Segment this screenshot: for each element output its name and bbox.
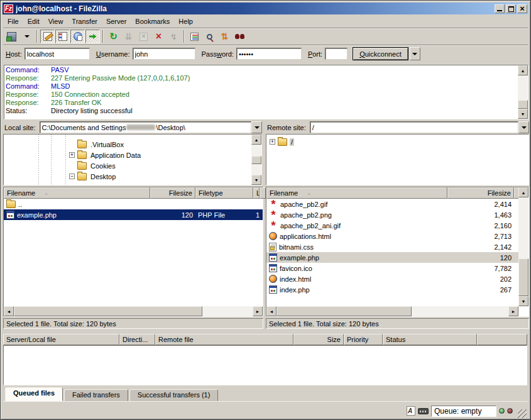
queue-column-size[interactable]: Size [293,334,344,345]
column-header-filename[interactable]: Filename [4,187,150,199]
column-header-l[interactable]: L [253,187,260,199]
filter-button[interactable] [187,30,202,43]
menu-help[interactable]: Help [174,16,197,26]
resize-grip[interactable] [518,409,527,418]
scroll-thumb[interactable] [518,100,528,109]
refresh-button[interactable] [106,30,121,43]
file-row-bitnami-css[interactable]: bitnami.css2,142 [266,241,518,252]
menu-view[interactable]: View [44,16,68,26]
port-input[interactable] [325,48,348,60]
remote-hscrollbar[interactable]: ◄ ► [266,306,518,316]
queue-column-status[interactable]: Status [383,334,477,345]
file-row-apache-pb2-ani-gif[interactable]: apache_pb2_ani.gif2,160 [266,220,518,231]
quickconnect-dropdown-button[interactable] [410,47,420,60]
process-queue-button [121,30,136,43]
disconnect-button[interactable] [151,30,166,43]
menu-server[interactable]: Server [102,16,131,26]
tree-expander-icon[interactable]: + [69,152,75,158]
search-button[interactable] [202,30,217,43]
menu-edit[interactable]: Edit [23,16,44,26]
site-manager-dropdown-button[interactable] [19,30,34,43]
scroll-track[interactable] [251,164,261,175]
queue-column-priority[interactable]: Priority [344,334,383,345]
log-scrollbar[interactable]: ▲ ▼ [518,65,528,119]
remote-path-combo[interactable]: / [310,121,518,133]
queue-column-server-local-file[interactable]: Server/Local file [3,334,119,345]
scroll-left-icon[interactable]: ◄ [4,306,14,316]
username-input[interactable] [133,48,195,60]
toggle-log-button[interactable] [40,30,55,43]
tree-item-application-data[interactable]: +Application Data [4,150,251,160]
scroll-track[interactable] [518,75,528,100]
tab-queued-files[interactable]: Queued files [5,387,63,401]
scroll-up-icon[interactable]: ▲ [518,187,528,197]
menu-transfer[interactable]: Transfer [67,16,102,26]
scroll-down-icon[interactable]: ▼ [518,109,528,119]
tree-expander-icon[interactable]: − [69,174,75,179]
scroll-track[interactable] [251,145,261,156]
file-row-favicon-ico[interactable]: favicon.ico7,782 [266,263,518,274]
maximize-button[interactable] [506,4,516,13]
column-header-filename[interactable]: Filename [266,187,447,199]
tree-item-[interactable]: +/ [266,136,528,147]
remote-vscrollbar[interactable]: ▲ ▼ [518,187,528,306]
sync-button[interactable] [217,30,232,43]
queue-column-directi[interactable]: Directi... [119,334,155,345]
host-input[interactable] [25,48,90,60]
file-row-applications-html[interactable]: applications.html2,713 [266,231,518,241]
log-line-text: MLSD [51,82,70,91]
column-header-filetype[interactable]: Filetype [195,187,253,199]
scroll-up-icon[interactable]: ▲ [518,65,528,75]
scroll-track[interactable] [518,197,528,258]
tree-item-desktop[interactable]: −Desktop [4,171,251,182]
menu-file[interactable]: File [3,16,23,26]
column-header-label: Filename [270,189,298,197]
file-row-apache-pb2-gif[interactable]: apache_pb2.gif2,414 [266,199,518,209]
remote-path-dropdown-button[interactable] [518,121,529,133]
scroll-track[interactable] [202,306,253,316]
local-hscrollbar[interactable]: ◄ ► [4,306,263,316]
speed-limits-icon[interactable] [418,408,429,414]
file-row-index-php[interactable]: index.php267 [266,284,518,295]
scroll-down-icon[interactable]: ▼ [518,296,528,306]
scroll-down-icon[interactable]: ▼ [251,175,261,185]
tab-successful-transfers-1[interactable]: Successful transfers (1) [129,389,219,401]
tree-item-virtualbox[interactable]: .VirtualBox [4,139,251,150]
site-manager-button[interactable] [4,30,19,43]
file-row-example-php[interactable]: example.php120PHP File1 [4,209,263,220]
scroll-left-icon[interactable]: ◄ [266,306,276,316]
file-row-index-html[interactable]: index.html202 [266,274,518,284]
queue-column-remote-file[interactable]: Remote file [155,334,293,345]
message-log: Command:PASVResponse:227 Entering Passiv… [4,65,528,119]
local-tree-scrollbar[interactable]: ▲ ▼ [251,135,261,185]
column-header-filesize[interactable]: Filesize [447,187,514,199]
local-path-dropdown-button[interactable] [251,121,262,133]
file-row-[interactable]: .. [4,199,263,209]
quickconnect-button[interactable]: Quickconnect [353,47,408,60]
find-button[interactable] [233,30,247,43]
file-row-example-php[interactable]: example.php120 [266,252,518,263]
menu-bookmarks[interactable]: Bookmarks [131,16,174,26]
scroll-thumb[interactable] [14,306,202,316]
local-path-combo[interactable]: C:\Documents and Settings\Desktop\ [40,121,251,133]
scroll-track[interactable] [412,306,508,316]
tree-expander-icon[interactable]: + [270,139,275,145]
scroll-thumb[interactable] [518,258,528,296]
column-header-filesize[interactable]: Filesize [150,187,195,199]
column-header-label: Remote file [158,336,194,343]
tab-failed-transfers[interactable]: Failed transfers [64,389,128,401]
toggle-remote-tree-button[interactable] [70,30,85,43]
toggle-local-tree-button[interactable] [55,30,70,43]
minimize-button[interactable] [495,4,505,13]
scroll-up-icon[interactable]: ▲ [251,135,261,145]
tree-item-cookies[interactable]: Cookies [4,160,251,171]
title-bar[interactable]: Fz john@localhost - FileZilla [3,3,528,14]
password-input[interactable] [236,48,302,60]
close-button[interactable] [517,4,527,13]
scroll-thumb[interactable] [251,156,261,164]
toggle-queue-button[interactable] [85,30,100,43]
scroll-right-icon[interactable]: ► [508,306,518,316]
scroll-right-icon[interactable]: ► [253,306,263,316]
file-row-apache-pb2-png[interactable]: apache_pb2.png1,463 [266,209,518,220]
scroll-thumb[interactable] [276,306,412,316]
